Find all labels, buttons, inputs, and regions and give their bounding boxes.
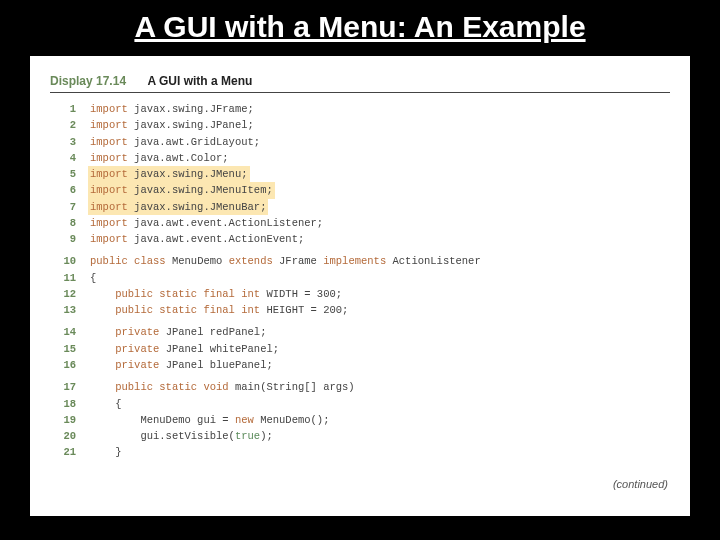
code-text: private JPanel whitePanel; bbox=[90, 341, 279, 357]
line-number: 17 bbox=[50, 379, 76, 395]
code-text: public static final int WIDTH = 300; bbox=[90, 286, 342, 302]
code-line: 13 public static final int HEIGHT = 200; bbox=[50, 302, 670, 318]
code-text: import javax.swing.JMenuItem; bbox=[88, 182, 275, 198]
code-text: import javax.swing.JPanel; bbox=[90, 117, 254, 133]
code-line: 4import java.awt.Color; bbox=[50, 150, 670, 166]
code-text: } bbox=[90, 444, 122, 460]
line-number: 2 bbox=[50, 117, 76, 133]
code-text: { bbox=[90, 270, 96, 286]
line-number: 3 bbox=[50, 134, 76, 150]
code-text: public class MenuDemo extends JFrame imp… bbox=[90, 253, 481, 269]
slide-title: A GUI with a Menu: An Example bbox=[0, 0, 720, 50]
line-number: 19 bbox=[50, 412, 76, 428]
code-line: 10public class MenuDemo extends JFrame i… bbox=[50, 253, 670, 269]
code-text: private JPanel bluePanel; bbox=[90, 357, 273, 373]
line-number: 4 bbox=[50, 150, 76, 166]
line-number: 10 bbox=[50, 253, 76, 269]
code-line: 3import java.awt.GridLayout; bbox=[50, 134, 670, 150]
code-block: 1import javax.swing.JFrame;2import javax… bbox=[50, 101, 670, 461]
code-text: gui.setVisible(true); bbox=[90, 428, 273, 444]
code-line: 16 private JPanel bluePanel; bbox=[50, 357, 670, 373]
code-line: 19 MenuDemo gui = new MenuDemo(); bbox=[50, 412, 670, 428]
code-text: MenuDemo gui = new MenuDemo(); bbox=[90, 412, 329, 428]
line-number: 9 bbox=[50, 231, 76, 247]
code-line: 7import javax.swing.JMenuBar; bbox=[50, 199, 670, 215]
code-line: 17 public static void main(String[] args… bbox=[50, 379, 670, 395]
code-text: import java.awt.GridLayout; bbox=[90, 134, 260, 150]
code-text: private JPanel redPanel; bbox=[90, 324, 266, 340]
code-text: public static final int HEIGHT = 200; bbox=[90, 302, 348, 318]
content-box: Display 17.14 A GUI with a Menu 1import … bbox=[30, 56, 690, 516]
line-number: 1 bbox=[50, 101, 76, 117]
display-label: Display 17.14 bbox=[50, 74, 126, 88]
code-line: 21 } bbox=[50, 444, 670, 460]
code-line: 1import javax.swing.JFrame; bbox=[50, 101, 670, 117]
code-line: 12 public static final int WIDTH = 300; bbox=[50, 286, 670, 302]
display-header: Display 17.14 A GUI with a Menu bbox=[50, 74, 670, 88]
line-number: 18 bbox=[50, 396, 76, 412]
display-caption: A GUI with a Menu bbox=[147, 74, 252, 88]
line-number: 5 bbox=[50, 166, 76, 182]
code-text: import java.awt.Color; bbox=[90, 150, 229, 166]
continued-label: (continued) bbox=[613, 478, 668, 490]
line-number: 8 bbox=[50, 215, 76, 231]
code-line: 18 { bbox=[50, 396, 670, 412]
line-number: 15 bbox=[50, 341, 76, 357]
code-line: 11{ bbox=[50, 270, 670, 286]
code-text: { bbox=[90, 396, 122, 412]
header-rule bbox=[50, 92, 670, 93]
code-line: 8import java.awt.event.ActionListener; bbox=[50, 215, 670, 231]
code-text: public static void main(String[] args) bbox=[90, 379, 355, 395]
line-number: 6 bbox=[50, 182, 76, 198]
line-number: 21 bbox=[50, 444, 76, 460]
code-text: import javax.swing.JMenu; bbox=[88, 166, 250, 182]
line-number: 13 bbox=[50, 302, 76, 318]
code-line: 15 private JPanel whitePanel; bbox=[50, 341, 670, 357]
code-line: 6import javax.swing.JMenuItem; bbox=[50, 182, 670, 198]
code-line: 2import javax.swing.JPanel; bbox=[50, 117, 670, 133]
line-number: 7 bbox=[50, 199, 76, 215]
code-text: import java.awt.event.ActionListener; bbox=[90, 215, 323, 231]
code-line: 20 gui.setVisible(true); bbox=[50, 428, 670, 444]
line-number: 16 bbox=[50, 357, 76, 373]
code-text: import javax.swing.JFrame; bbox=[90, 101, 254, 117]
code-text: import javax.swing.JMenuBar; bbox=[88, 199, 268, 215]
code-line: 14 private JPanel redPanel; bbox=[50, 324, 670, 340]
code-line: 9import java.awt.event.ActionEvent; bbox=[50, 231, 670, 247]
line-number: 12 bbox=[50, 286, 76, 302]
line-number: 20 bbox=[50, 428, 76, 444]
code-text: import java.awt.event.ActionEvent; bbox=[90, 231, 304, 247]
line-number: 14 bbox=[50, 324, 76, 340]
code-line: 5import javax.swing.JMenu; bbox=[50, 166, 670, 182]
line-number: 11 bbox=[50, 270, 76, 286]
